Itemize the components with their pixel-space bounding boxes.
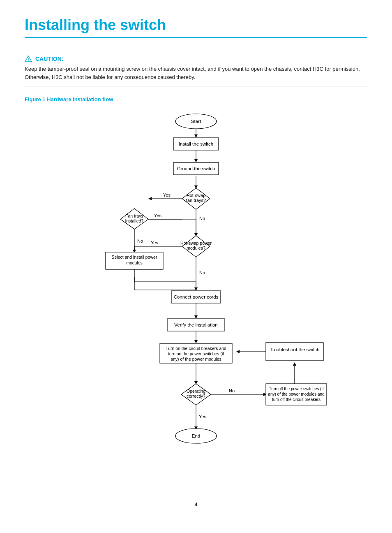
svg-text:Fan trays: Fan trays — [125, 213, 143, 218]
svg-text:No: No — [199, 216, 205, 221]
page-number: 4 — [25, 501, 367, 508]
svg-marker-28 — [194, 287, 198, 291]
svg-text:Yes: Yes — [151, 240, 158, 245]
page: Installing the switch ! CAUTION: Keep th… — [0, 0, 392, 533]
svg-marker-3 — [194, 134, 198, 138]
svg-marker-35 — [194, 340, 198, 343]
svg-marker-9 — [148, 197, 152, 200]
svg-text:Start: Start — [191, 119, 201, 124]
svg-text:Yes: Yes — [154, 213, 161, 218]
svg-text:Turn off the power switches (i: Turn off the power switches (if — [269, 387, 324, 391]
svg-text:Verify the installation: Verify the installation — [174, 322, 217, 327]
svg-marker-44 — [236, 350, 240, 353]
svg-text:Operating: Operating — [187, 389, 205, 394]
svg-marker-33 — [194, 315, 198, 319]
svg-text:installed?: installed? — [125, 218, 144, 223]
svg-marker-42 — [293, 362, 296, 366]
svg-text:No: No — [199, 270, 205, 275]
svg-text:turn off the circuit breakers: turn off the circuit breakers — [272, 397, 321, 402]
svg-text:Select and install power: Select and install power — [112, 255, 157, 260]
svg-text:any) of the power modules and: any) of the power modules and — [268, 392, 324, 396]
svg-text:modules: modules — [126, 260, 143, 265]
svg-text:Install the switch: Install the switch — [179, 141, 213, 146]
caution-box: ! CAUTION: Keep the tamper-proof seal on… — [25, 50, 367, 86]
svg-text:!: ! — [28, 58, 29, 62]
svg-marker-5 — [194, 159, 198, 162]
figure-title: Figure 1 Hardware installation flow — [25, 96, 367, 102]
svg-text:correctly?: correctly? — [187, 394, 205, 399]
flowchart-svg: Yes No No Yes — [52, 109, 340, 487]
caution-label: CAUTION: — [35, 56, 63, 62]
svg-text:Turn on the circuit breakers a: Turn on the circuit breakers and — [166, 346, 226, 351]
svg-text:Yes: Yes — [199, 414, 206, 419]
flowchart-container: Yes No No Yes — [52, 109, 340, 489]
caution-text: Keep the tamper-proof seal on a mounting… — [25, 65, 367, 81]
svg-text:Ground the switch: Ground the switch — [177, 166, 215, 171]
svg-text:End: End — [192, 433, 200, 438]
svg-text:Troubleshoot the switch: Troubleshoot the switch — [270, 347, 319, 352]
page-title: Installing the switch — [25, 16, 367, 38]
caution-icon: ! — [25, 55, 32, 63]
svg-text:No: No — [229, 388, 235, 393]
svg-text:turn on the power switches (if: turn on the power switches (if — [168, 351, 224, 356]
svg-text:any) of the power modules: any) of the power modules — [171, 357, 221, 362]
svg-text:No: No — [137, 239, 143, 243]
svg-text:Yes: Yes — [163, 192, 171, 197]
svg-text:Connect power cords: Connect power cords — [174, 294, 219, 299]
caution-header: ! CAUTION: — [25, 55, 367, 63]
svg-text:Hot-swap: Hot-swap — [187, 193, 205, 198]
svg-text:Hot-swap power: Hot-swap power — [180, 241, 212, 246]
svg-text:modules?: modules? — [187, 246, 205, 250]
svg-text:fan trays?: fan trays? — [186, 198, 206, 203]
